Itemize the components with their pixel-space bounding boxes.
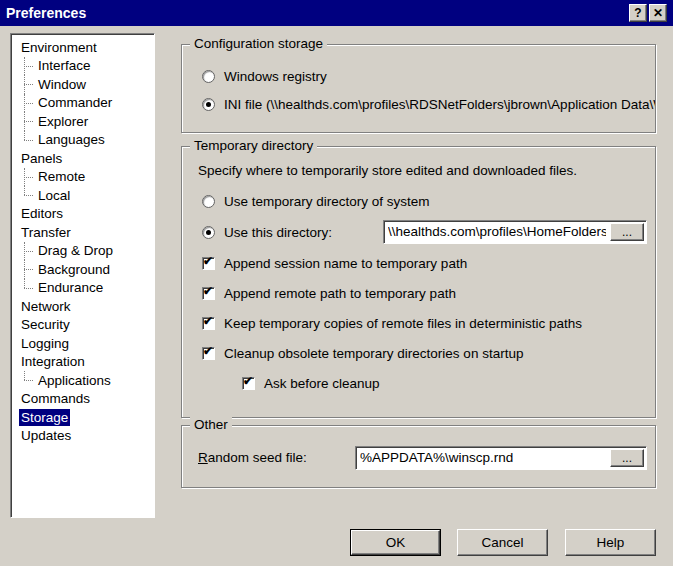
ask-before-cleanup-checkbox[interactable]: ✔ Ask before cleanup — [242, 376, 380, 391]
tree-connector — [19, 168, 36, 187]
ini-file-radio[interactable]: INI file (\\healthds.com\profiles\RDSNet… — [202, 97, 655, 112]
check-icon: ✔ — [203, 255, 213, 267]
radio-icon — [202, 70, 215, 83]
preferences-nav-tree[interactable]: Environment Interface Window Commander E… — [10, 33, 155, 518]
sidebar-item-updates[interactable]: Updates — [11, 427, 154, 446]
tree-connector — [19, 242, 36, 261]
ok-button[interactable]: OK — [351, 530, 440, 555]
tree-connector — [19, 186, 36, 205]
directory-input[interactable]: \\healthds.com\profiles\HomeFolders\ ... — [383, 220, 647, 244]
group-title: Configuration storage — [190, 36, 327, 51]
sidebar-item-languages[interactable]: Languages — [11, 131, 154, 150]
tree-connector — [19, 75, 36, 94]
cancel-button[interactable]: Cancel — [457, 529, 548, 556]
sidebar-item-commands[interactable]: Commands — [11, 390, 154, 409]
checkbox-label: Cleanup obsolete temporary directories o… — [224, 346, 523, 361]
tree-connector — [19, 279, 36, 298]
sidebar-item-transfer[interactable]: Transfer — [11, 223, 154, 242]
tree-connector — [19, 371, 36, 390]
sidebar-item-interface[interactable]: Interface — [11, 57, 154, 76]
group-title: Temporary directory — [190, 138, 317, 153]
random-seed-file-label: Random seed file: — [198, 450, 307, 465]
use-system-temp-radio[interactable]: Use temporary directory of system — [202, 194, 430, 209]
preferences-dialog: Preferences ? ✕ Environment Interface Wi… — [0, 0, 673, 566]
checkbox-label: Append remote path to temporary path — [224, 286, 456, 301]
tree-connector — [19, 57, 36, 76]
sidebar-item-explorer[interactable]: Explorer — [11, 112, 154, 131]
random-seed-file-value: %APPDATA%\winscp.rnd — [360, 450, 606, 465]
radio-label: Windows registry — [224, 69, 327, 84]
title-bar[interactable]: Preferences ? ✕ — [0, 0, 673, 26]
append-session-name-checkbox[interactable]: ✔ Append session name to temporary path — [202, 256, 467, 271]
directory-value: \\healthds.com\profiles\HomeFolders\ — [388, 224, 606, 239]
close-icon: ✕ — [653, 7, 663, 19]
checkbox-label: Append session name to temporary path — [224, 256, 467, 271]
use-this-directory-radio[interactable]: Use this directory: — [202, 225, 332, 240]
sidebar-item-background[interactable]: Background — [11, 260, 154, 279]
tree-connector — [19, 112, 36, 131]
check-icon: ✔ — [203, 315, 213, 327]
radio-selected-icon — [202, 98, 215, 111]
sidebar-item-drag-and-drop[interactable]: Drag & Drop — [11, 242, 154, 261]
random-seed-browse-button[interactable]: ... — [610, 449, 644, 467]
sidebar-item-integration[interactable]: Integration — [11, 353, 154, 372]
help-button[interactable]: Help — [565, 529, 656, 556]
sidebar-item-logging[interactable]: Logging — [11, 334, 154, 353]
sidebar-item-security[interactable]: Security — [11, 316, 154, 335]
cleanup-obsolete-checkbox[interactable]: ✔ Cleanup obsolete temporary directories… — [202, 346, 523, 361]
random-seed-file-input[interactable]: %APPDATA%\winscp.rnd ... — [355, 446, 647, 470]
sidebar-item-storage[interactable]: Storage — [11, 408, 154, 427]
checkbox-checked-icon: ✔ — [242, 377, 255, 390]
checkbox-checked-icon: ✔ — [202, 347, 215, 360]
help-icon: ? — [634, 7, 641, 19]
group-title: Other — [190, 417, 232, 432]
check-icon: ✔ — [243, 375, 253, 387]
checkbox-label: Ask before cleanup — [264, 376, 380, 391]
sidebar-item-window[interactable]: Window — [11, 75, 154, 94]
sidebar-item-panels[interactable]: Panels — [11, 149, 154, 168]
sidebar-item-commander[interactable]: Commander — [11, 94, 154, 113]
check-icon: ✔ — [203, 345, 213, 357]
sidebar-item-environment[interactable]: Environment — [11, 38, 154, 57]
radio-label: Use temporary directory of system — [224, 194, 430, 209]
selected-tree-item: Storage — [19, 409, 70, 426]
sidebar-item-applications[interactable]: Applications — [11, 371, 154, 390]
radio-selected-icon — [202, 226, 215, 239]
configuration-storage-group: Configuration storage — [181, 44, 656, 133]
radio-label: Use this directory: — [224, 225, 332, 240]
tree-connector — [19, 131, 36, 150]
tree-connector — [19, 94, 36, 113]
titlebar-help-button[interactable]: ? — [629, 4, 647, 22]
sidebar-item-editors[interactable]: Editors — [11, 205, 154, 224]
sidebar-item-endurance[interactable]: Endurance — [11, 279, 154, 298]
checkbox-checked-icon: ✔ — [202, 317, 215, 330]
keep-temporary-copies-checkbox[interactable]: ✔ Keep temporary copies of remote files … — [202, 316, 582, 331]
window-title: Preferences — [0, 5, 86, 21]
tree-connector — [19, 260, 36, 279]
radio-icon — [202, 195, 215, 208]
windows-registry-radio[interactable]: Windows registry — [202, 69, 327, 84]
sidebar-item-local[interactable]: Local — [11, 186, 154, 205]
check-icon: ✔ — [203, 285, 213, 297]
radio-label: INI file (\\healthds.com\profiles\RDSNet… — [224, 97, 655, 112]
titlebar-close-button[interactable]: ✕ — [649, 4, 667, 22]
checkbox-checked-icon: ✔ — [202, 287, 215, 300]
sidebar-item-network[interactable]: Network — [11, 297, 154, 316]
checkbox-checked-icon: ✔ — [202, 257, 215, 270]
directory-browse-button[interactable]: ... — [610, 223, 644, 241]
append-remote-path-checkbox[interactable]: ✔ Append remote path to temporary path — [202, 286, 456, 301]
temp-dir-description: Specify where to temporarily store edite… — [198, 163, 577, 178]
sidebar-item-remote[interactable]: Remote — [11, 168, 154, 187]
checkbox-label: Keep temporary copies of remote files in… — [224, 316, 582, 331]
